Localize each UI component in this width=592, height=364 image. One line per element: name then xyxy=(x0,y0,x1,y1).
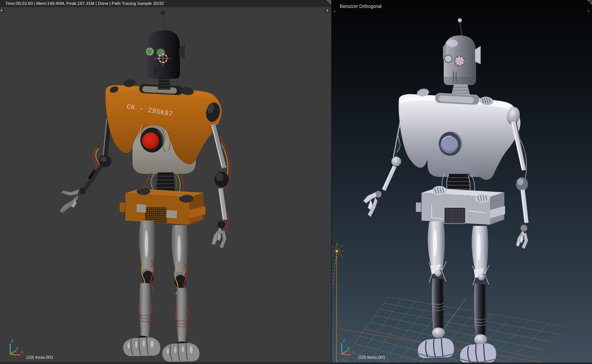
svg-text:z: z xyxy=(343,338,345,343)
svg-text:y: y xyxy=(347,346,350,351)
svg-text:z: z xyxy=(11,338,14,343)
svg-text:x: x xyxy=(21,349,23,355)
svg-text:x: x xyxy=(352,350,355,355)
svg-text:y: y xyxy=(16,346,18,351)
